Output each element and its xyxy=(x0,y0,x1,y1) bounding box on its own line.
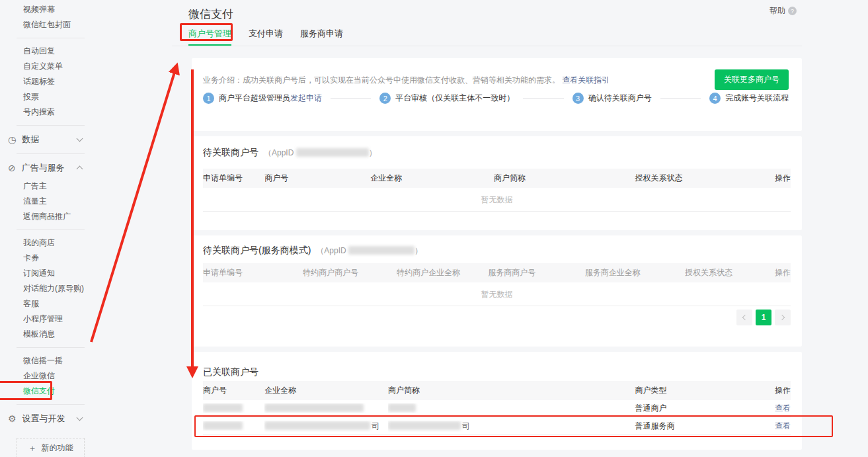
intro-line: 业务介绍：成功关联商户号后，可以实现在当前公众号中使用微信支付收款、营销等相关功… xyxy=(203,75,610,86)
pagination: 1 xyxy=(736,310,791,325)
tab-service-provider-application[interactable]: 服务商申请 xyxy=(300,26,343,46)
column-header: 服务商商户号 xyxy=(488,267,585,278)
help-link[interactable]: 帮助 ? xyxy=(769,5,797,17)
section-title-row: 待关联商户号 （AppID ） xyxy=(203,147,377,159)
chevron-down-icon xyxy=(77,136,83,142)
sidebar-item-wechat-pay[interactable]: 微信支付 xyxy=(0,384,172,399)
step-connector xyxy=(331,98,371,99)
action-cell: 查看 xyxy=(764,421,791,432)
merchant-id-cell xyxy=(203,421,264,431)
sidebar-item-my-shop[interactable]: 我的商店 xyxy=(0,235,172,251)
pie-chart-icon: ◷ xyxy=(8,135,16,144)
redacted-text xyxy=(264,421,370,430)
sidebar-item-cards-coupons[interactable]: 卡券 xyxy=(0,251,172,266)
tab-bar: 商户号管理 支付申请 服务商申请 xyxy=(172,26,802,46)
redacted-text xyxy=(388,421,461,430)
merchant-id-cell xyxy=(203,403,264,413)
intro-text: 业务介绍：成功关联商户号后，可以实现在当前公众号中使用微信支付收款、营销等相关功… xyxy=(203,75,560,85)
help-label: 帮助 xyxy=(769,5,785,17)
step-connector xyxy=(523,98,563,99)
sidebar-item-account-search[interactable]: 号内搜索 xyxy=(0,104,172,120)
step-label: 平台审核（仅关联主体不一致时） xyxy=(395,93,514,104)
sidebar-item-traffic-owner[interactable]: 流量主 xyxy=(0,194,172,209)
chevron-left-icon xyxy=(742,315,748,320)
appid-text: （AppID ） xyxy=(264,147,377,159)
sidebar-section-label: 设置与开发 xyxy=(22,413,65,425)
column-header: 操作 xyxy=(764,173,791,184)
section-title-row: 待关联商户号(服务商模式) （AppID ） xyxy=(203,245,422,257)
sidebar-item-topic-tags[interactable]: 话题标签 xyxy=(0,74,172,89)
prev-page-button[interactable] xyxy=(736,310,752,325)
gear-icon: ⚙ xyxy=(8,414,17,423)
next-page-button[interactable] xyxy=(775,310,791,325)
sidebar-item-video-danmaku[interactable]: 视频弹幕 xyxy=(0,2,172,17)
step-1: 1 商户平台超级管理员发起申请 xyxy=(203,93,322,104)
sidebar-item-auto-reply[interactable]: 自动回复 xyxy=(0,44,172,59)
current-page-button[interactable]: 1 xyxy=(756,310,771,325)
company-name-suffix: 司 xyxy=(372,421,379,431)
step-3: 3 确认待关联商户号 xyxy=(572,93,652,104)
view-link[interactable]: 查看 xyxy=(775,421,791,431)
sidebar-section-settings-dev[interactable]: ⚙ 设置与开发 xyxy=(0,410,99,427)
sidebar-item-advertiser[interactable]: 广告主 xyxy=(0,179,172,194)
sidebar-divider xyxy=(17,125,85,126)
sidebar-divider xyxy=(17,38,85,38)
sidebar-item-vote[interactable]: 投票 xyxy=(0,89,172,104)
column-header: 商户简称 xyxy=(494,173,635,184)
step-number-badge: 2 xyxy=(379,93,391,104)
step-4: 4 完成账号关联流程 xyxy=(709,93,789,104)
wechat-pay-admin-page: 视频弹幕 微信红包封面 自动回复 自定义菜单 话题标签 投票 号内搜索 ◷ 数据… xyxy=(0,0,868,457)
sidebar-item-shake[interactable]: 微信摇一摇 xyxy=(0,353,172,368)
step-number-badge: 3 xyxy=(572,93,584,104)
table-header-row: 申请单编号 特约商户商户号 特约商户企业全称 服务商商户号 服务商企业全称 授权… xyxy=(203,263,791,282)
step-2: 2 平台审核（仅关联主体不一致时） xyxy=(379,93,514,104)
sidebar-divider xyxy=(17,153,85,154)
sidebar-section-ads-services[interactable]: ⊘ 广告与服务 xyxy=(0,159,99,177)
sidebar-section-data[interactable]: ◷ 数据 xyxy=(0,131,99,148)
table-row: 司 司 普通服务商 查看 xyxy=(203,417,791,435)
sidebar-item-wecom[interactable]: 企业微信 xyxy=(0,368,172,384)
tab-merchant-management[interactable]: 商户号管理 xyxy=(188,26,231,46)
sidebar-item-custom-menu[interactable]: 自定义菜单 xyxy=(0,59,172,74)
empty-state: 暂无数据 xyxy=(203,282,791,306)
step-label: 完成账号关联流程 xyxy=(725,93,789,104)
sidebar: 视频弹幕 微信红包封面 自动回复 自定义菜单 话题标签 投票 号内搜索 ◷ 数据… xyxy=(0,0,172,457)
sidebar-item-commission-promotion[interactable]: 返佣商品推广 xyxy=(0,209,172,224)
sidebar-section-label: 数据 xyxy=(22,134,39,145)
column-header: 商户号 xyxy=(203,385,264,396)
sidebar-section-label: 广告与服务 xyxy=(22,162,65,174)
plus-icon: ＋ xyxy=(28,444,37,452)
step-label: 商户平台超级管理员 xyxy=(219,93,290,104)
column-header: 授权关系状态 xyxy=(635,173,764,184)
pending-merchants-card: 待关联商户号 （AppID ） 申请单编号 商户号 企业全称 商户简称 授权关系… xyxy=(192,136,802,230)
table-header-row: 申请单编号 商户号 企业全称 商户简称 授权关系状态 操作 xyxy=(203,169,791,188)
view-link[interactable]: 查看 xyxy=(775,403,791,413)
sidebar-item-template-message[interactable]: 模板消息 xyxy=(0,327,172,342)
section-title: 已关联商户号 xyxy=(203,366,258,378)
redacted-text xyxy=(264,403,364,412)
merchant-type-cell: 普通商户 xyxy=(635,403,764,414)
step-label: 确认待关联商户号 xyxy=(588,93,652,104)
section-title: 待关联商户号(服务商模式) xyxy=(203,245,311,257)
sidebar-divider xyxy=(17,347,85,348)
sidebar-item-miniprogram-management[interactable]: 小程序管理 xyxy=(0,312,172,327)
sidebar-item-redpacket-cover[interactable]: 微信红包封面 xyxy=(0,17,172,32)
table-header-row: 商户号 企业全称 商户简称 商户类型 操作 xyxy=(203,381,791,400)
linked-merchants-card: 已关联商户号 商户号 企业全称 商户简称 商户类型 操作 普通商户 查看 司 司… xyxy=(192,352,802,450)
redacted-text xyxy=(388,403,416,412)
new-feature-button[interactable]: ＋ 新的功能 xyxy=(17,438,85,457)
column-header: 授权关系状态 xyxy=(685,267,762,278)
link-more-merchants-button[interactable]: 关联更多商户号 xyxy=(715,69,789,90)
column-header: 操作 xyxy=(762,267,791,278)
tab-label: 商户号管理 xyxy=(188,28,231,38)
section-title: 待关联商户号 xyxy=(203,147,258,159)
initiate-application-link[interactable]: 发起申请 xyxy=(290,93,322,104)
redacted-appid xyxy=(296,148,369,157)
sidebar-item-subscribe-notification[interactable]: 订阅通知 xyxy=(0,266,172,281)
view-guide-link[interactable]: 查看关联指引 xyxy=(562,75,610,85)
sidebar-item-customer-service[interactable]: 客服 xyxy=(0,296,172,312)
sidebar-item-dialog-ability[interactable]: 对话能力(原导购) xyxy=(0,281,172,296)
redacted-appid xyxy=(348,246,414,255)
tab-payment-application[interactable]: 支付申请 xyxy=(249,26,283,46)
chevron-up-icon xyxy=(77,166,83,173)
